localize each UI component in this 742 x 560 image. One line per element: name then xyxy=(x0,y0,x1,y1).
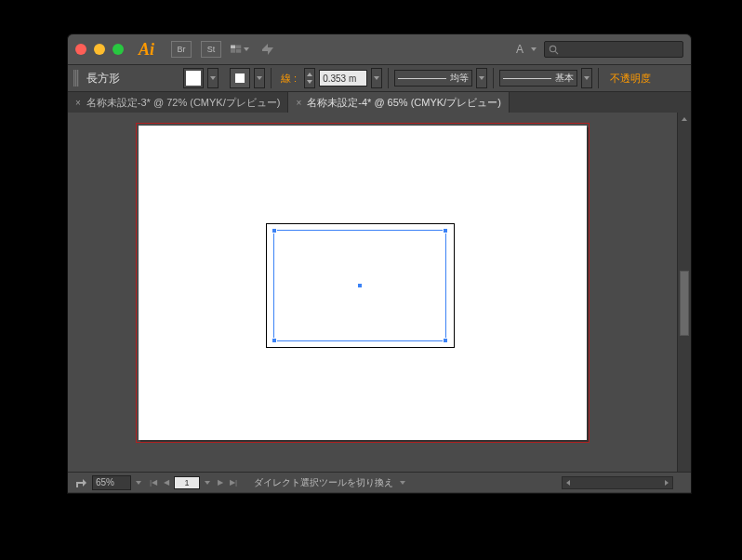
center-point-handle[interactable] xyxy=(357,283,363,288)
zoom-dropdown[interactable] xyxy=(133,481,144,485)
profile-label: 均等 xyxy=(450,72,469,85)
svg-rect-0 xyxy=(231,46,235,49)
scroll-up-arrow[interactable] xyxy=(678,113,691,126)
titlebar-right: A xyxy=(516,41,683,58)
zoom-field[interactable]: 65% xyxy=(92,475,131,490)
fill-dropdown[interactable] xyxy=(207,68,219,88)
artboard-dropdown[interactable] xyxy=(202,481,213,485)
artboard-nav: |◀ ◀ 1 ▶ ▶| xyxy=(148,476,239,489)
type-dropdown-icon[interactable] xyxy=(531,47,537,51)
control-bar-grip[interactable] xyxy=(73,70,79,87)
brush-label: 基本 xyxy=(555,72,574,85)
tool-name-label: 長方形 xyxy=(86,71,170,87)
canvas-area xyxy=(68,113,691,472)
status-bar: 65% |◀ ◀ 1 ▶ ▶| ダイレクト選択ツールを切り換え xyxy=(68,472,691,492)
bridge-icon[interactable]: Br xyxy=(171,41,192,58)
status-hint: ダイレクト選択ツールを切り換え xyxy=(254,476,393,489)
selection-bounding-box[interactable] xyxy=(273,230,446,341)
type-sample[interactable]: A xyxy=(516,43,523,56)
status-hint-dropdown[interactable] xyxy=(397,481,408,485)
window-controls xyxy=(75,44,124,55)
resize-handle-bottom-left[interactable] xyxy=(272,338,277,343)
vertical-scroll-thumb[interactable] xyxy=(680,271,689,336)
arrange-documents-icon[interactable] xyxy=(231,41,249,58)
document-tabs: × 名称未設定-3* @ 72% (CMYK/プレビュー) × 名称未設定-4*… xyxy=(68,92,691,113)
search-icon xyxy=(549,45,559,55)
title-icon-group: Br St xyxy=(171,41,277,58)
resize-handle-top-left[interactable] xyxy=(272,228,277,233)
tab-label: 名称未設定-4* @ 65% (CMYK/プレビュー) xyxy=(307,96,501,110)
vertical-scrollbar[interactable] xyxy=(677,113,691,472)
variable-width-profile-dropdown[interactable]: 均等 xyxy=(394,70,472,87)
resize-corner[interactable] xyxy=(673,473,687,493)
stroke-dropdown[interactable] xyxy=(254,68,265,88)
gpu-performance-icon[interactable] xyxy=(258,41,277,58)
resize-handle-bottom-right[interactable] xyxy=(443,338,448,343)
app-logo: Ai xyxy=(139,40,154,60)
svg-line-5 xyxy=(555,51,558,54)
stroke-label: 線 : xyxy=(281,72,297,86)
last-artboard-button[interactable]: ▶| xyxy=(228,476,239,489)
brush-dd-arrow[interactable] xyxy=(581,68,592,88)
share-icon[interactable] xyxy=(72,477,90,488)
stock-icon[interactable]: St xyxy=(201,41,221,58)
stroke-weight-field[interactable]: 0.353 m xyxy=(319,70,367,87)
control-bar: 長方形 線 : 0.353 m 均等 基本 不透明度 xyxy=(68,64,691,92)
document-tab-1[interactable]: × 名称未設定-3* @ 72% (CMYK/プレビュー) xyxy=(68,92,288,113)
profile-dd-arrow[interactable] xyxy=(476,68,487,88)
minimize-window-button[interactable] xyxy=(94,44,105,55)
fill-swatch[interactable] xyxy=(183,68,204,88)
horizontal-scrollbar[interactable] xyxy=(562,476,673,489)
svg-rect-2 xyxy=(231,49,235,53)
svg-rect-3 xyxy=(236,49,241,53)
stroke-swatch[interactable] xyxy=(230,68,250,88)
stroke-weight-dropdown[interactable] xyxy=(371,68,382,88)
canvas-viewport[interactable] xyxy=(68,113,677,472)
scroll-left-arrow[interactable] xyxy=(563,480,574,486)
close-window-button[interactable] xyxy=(75,44,86,55)
maximize-window-button[interactable] xyxy=(113,44,124,55)
first-artboard-button[interactable]: |◀ xyxy=(148,476,159,489)
svg-point-4 xyxy=(550,46,555,51)
svg-rect-1 xyxy=(236,46,241,49)
search-input[interactable] xyxy=(544,41,683,58)
titlebar: Ai Br St A xyxy=(68,34,691,64)
brush-definition-dropdown[interactable]: 基本 xyxy=(499,70,577,87)
close-tab-icon[interactable]: × xyxy=(75,98,81,108)
opacity-label[interactable]: 不透明度 xyxy=(610,72,651,86)
next-artboard-button[interactable]: ▶ xyxy=(215,476,226,489)
stroke-weight-stepper[interactable] xyxy=(304,68,315,88)
app-window: Ai Br St A 長方形 線 : xyxy=(67,33,692,494)
resize-handle-top-right[interactable] xyxy=(443,228,448,233)
close-tab-icon[interactable]: × xyxy=(296,98,301,108)
prev-artboard-button[interactable]: ◀ xyxy=(161,476,172,489)
tab-label: 名称未設定-3* @ 72% (CMYK/プレビュー) xyxy=(86,96,281,110)
document-tab-2[interactable]: × 名称未設定-4* @ 65% (CMYK/プレビュー) xyxy=(288,92,509,113)
artboard-number-field[interactable]: 1 xyxy=(174,476,200,489)
scroll-right-arrow[interactable] xyxy=(661,480,672,486)
